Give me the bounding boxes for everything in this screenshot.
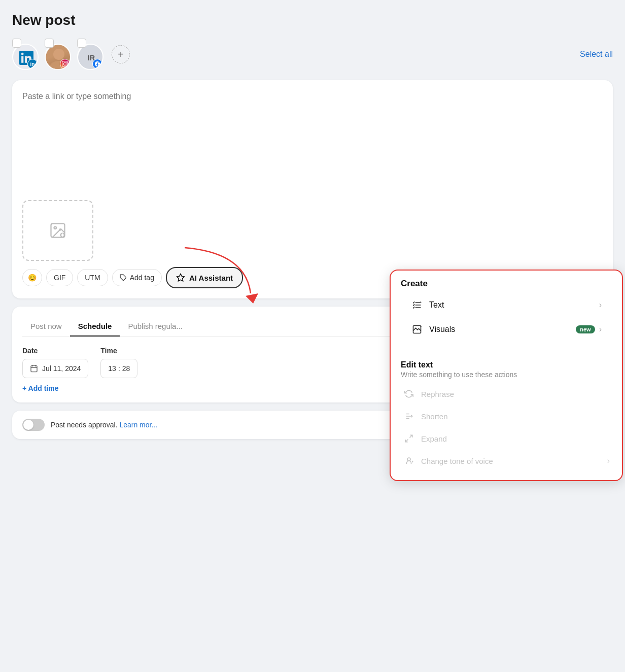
new-badge: new xyxy=(576,325,595,333)
tab-publish-regular[interactable]: Publish regula... xyxy=(120,317,191,337)
post-editor[interactable] xyxy=(22,90,603,192)
add-time-button[interactable]: + Add time xyxy=(22,384,58,392)
visuals-icon xyxy=(411,323,423,335)
svg-point-1 xyxy=(54,227,57,229)
learn-more-link[interactable]: Learn mor... xyxy=(119,421,157,429)
edit-text-section: Edit text Write something to use these a… xyxy=(391,354,622,480)
shorten-item[interactable]: Shorten xyxy=(401,405,612,427)
date-label: Date xyxy=(22,347,88,355)
create-section-title: Create xyxy=(401,279,612,289)
approval-text: Post needs approval. Learn mor... xyxy=(51,421,157,429)
ai-text-item[interactable]: Text › xyxy=(403,293,610,317)
facebook-badge xyxy=(92,59,102,69)
svg-rect-12 xyxy=(31,365,37,372)
accounts-row: in IR + Select xyxy=(12,39,613,70)
text-item-label: Text xyxy=(429,300,599,310)
shorten-label: Shorten xyxy=(421,412,610,421)
edit-text-title: Edit text xyxy=(401,360,612,369)
expand-item[interactable]: Expand xyxy=(401,427,612,450)
add-account-button[interactable]: + xyxy=(112,45,130,63)
time-input[interactable]: 13 : 28 xyxy=(100,359,137,378)
utm-button[interactable]: UTM xyxy=(77,269,108,286)
ai-icon xyxy=(176,273,185,282)
change-tone-icon xyxy=(403,455,415,467)
change-tone-label: Change tone of voice xyxy=(421,457,607,465)
text-chevron: › xyxy=(599,300,602,310)
instagram-badge xyxy=(60,59,70,69)
tab-schedule[interactable]: Schedule xyxy=(70,317,120,337)
instagram-checkbox[interactable] xyxy=(45,39,54,48)
time-label: Time xyxy=(100,347,137,355)
linkedin-checkbox[interactable] xyxy=(12,39,21,48)
expand-icon xyxy=(403,432,415,445)
rephrase-item[interactable]: Rephrase xyxy=(401,383,612,405)
select-all-button[interactable]: Select all xyxy=(580,50,613,59)
time-minute: 28 xyxy=(122,364,130,373)
ai-dropdown: Create Text › xyxy=(390,270,623,481)
ai-divider xyxy=(391,352,622,352)
image-upload-area[interactable] xyxy=(22,200,93,261)
shorten-icon xyxy=(403,410,415,422)
tag-icon xyxy=(120,274,127,281)
svg-marker-4 xyxy=(246,293,258,304)
svg-line-10 xyxy=(405,440,408,442)
rephrase-label: Rephrase xyxy=(421,390,610,398)
ai-assistant-button[interactable]: AI Assistant xyxy=(166,267,243,288)
time-hour: 13 xyxy=(108,364,116,373)
change-tone-item[interactable]: Change tone of voice › xyxy=(401,450,612,472)
svg-point-11 xyxy=(407,458,410,461)
facebook-checkbox[interactable] xyxy=(77,39,86,48)
toggle-knob xyxy=(23,420,33,430)
linkedin-badge: in xyxy=(27,59,38,69)
visuals-chevron: › xyxy=(599,325,602,334)
editor-card: 😊 GIF UTM Add tag AI Assistant Create xyxy=(12,80,613,298)
rephrase-icon xyxy=(403,388,415,400)
text-list-icon xyxy=(411,299,423,311)
account-linkedin[interactable]: in xyxy=(12,39,39,70)
ai-visuals-item[interactable]: Visuals new › xyxy=(403,317,610,342)
time-separator: : xyxy=(118,364,120,373)
expand-label: Expand xyxy=(421,434,610,443)
approval-toggle[interactable] xyxy=(22,419,45,431)
visuals-item-label: Visuals xyxy=(429,325,572,334)
create-section: Create Text › xyxy=(391,271,622,350)
calendar-icon xyxy=(30,364,38,373)
date-value: Jul 11, 2024 xyxy=(42,364,81,373)
page-title: New post xyxy=(12,12,613,28)
gif-button[interactable]: GIF xyxy=(46,269,73,286)
account-instagram[interactable] xyxy=(45,39,71,70)
date-field-group: Date Jul 11, 2024 xyxy=(22,347,88,378)
emoji-button[interactable]: 😊 xyxy=(22,269,42,286)
date-input[interactable]: Jul 11, 2024 xyxy=(22,359,88,378)
account-facebook[interactable]: IR xyxy=(77,39,103,70)
tab-post-now[interactable]: Post now xyxy=(22,317,70,337)
change-tone-chevron: › xyxy=(607,456,610,465)
edit-text-subtitle: Write something to use these actions xyxy=(401,371,612,379)
add-tag-button[interactable]: Add tag xyxy=(112,269,162,286)
time-field-group: Time 13 : 28 xyxy=(100,347,137,378)
svg-line-9 xyxy=(410,435,412,438)
